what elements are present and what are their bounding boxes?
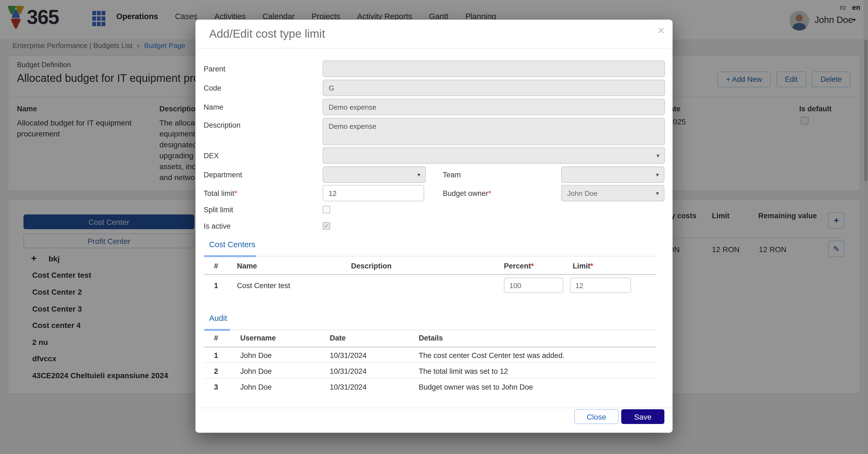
dex-select[interactable]: ▾: [322, 147, 665, 164]
name-input[interactable]: [322, 99, 665, 115]
audit-row-date: 10/31/2024: [330, 383, 367, 391]
divider: [204, 362, 656, 363]
parent-input[interactable]: [322, 61, 665, 77]
name-label: Name: [204, 103, 318, 111]
audit-row-num: 2: [214, 367, 218, 376]
required-asterisk: *: [590, 262, 593, 270]
audit-col-details: Details: [419, 334, 443, 342]
divider: [204, 378, 656, 379]
description-label: Description: [204, 121, 318, 129]
tab-audit[interactable]: Audit: [209, 314, 227, 323]
audit-col-username: Username: [240, 334, 276, 342]
divider: [204, 330, 656, 330]
description-textarea[interactable]: Demo expense: [322, 118, 665, 145]
divider: [195, 48, 673, 48]
audit-row-date: 10/31/2024: [330, 351, 367, 360]
is-active-label: Is active: [204, 222, 318, 230]
is-active-checkbox[interactable]: ✓: [322, 222, 330, 230]
required-asterisk: *: [531, 262, 534, 270]
cc-col-limit: Limit*: [573, 262, 593, 270]
cc-col-description: Description: [351, 262, 392, 270]
check-icon: ✓: [324, 223, 329, 229]
audit-col-date: Date: [330, 334, 346, 342]
cc-row-num: 1: [214, 282, 218, 290]
department-select[interactable]: ▾: [322, 166, 426, 183]
budget-owner-label: Budget owner*: [443, 189, 557, 198]
cc-row-name: Cost Center test: [237, 282, 290, 290]
tab-cost-centers[interactable]: Cost Centers: [209, 240, 255, 249]
code-label: Code: [204, 84, 318, 92]
audit-row-num: 3: [214, 383, 218, 391]
cc-row-percent-input[interactable]: [504, 278, 563, 293]
close-button[interactable]: Close: [574, 409, 619, 424]
add-edit-cost-type-limit-dialog: Add/Edit cost type limit ✕ Parent Code N…: [195, 20, 673, 433]
save-button[interactable]: Save: [621, 409, 664, 424]
dialog-title: Add/Edit cost type limit: [209, 27, 325, 40]
cc-col-percent: Percent*: [504, 262, 534, 270]
divider: [195, 408, 673, 408]
audit-row-username: John Doe: [240, 351, 272, 360]
cc-col-name: Name: [237, 262, 257, 270]
close-icon[interactable]: ✕: [657, 25, 665, 37]
split-limit-checkbox[interactable]: [322, 206, 330, 213]
chevron-down-icon: ▾: [656, 171, 659, 179]
divider: [204, 347, 656, 348]
total-limit-input[interactable]: [322, 185, 424, 201]
audit-row-username: John Doe: [240, 383, 272, 391]
parent-label: Parent: [204, 65, 318, 73]
divider: [204, 274, 656, 275]
divider: [204, 256, 656, 256]
required-asterisk: *: [488, 189, 491, 198]
audit-row-username: John Doe: [240, 367, 272, 376]
audit-row-details: The cost center Cost Center test was add…: [419, 351, 564, 360]
cc-row-limit-input[interactable]: [570, 278, 631, 293]
audit-row-date: 10/31/2024: [330, 367, 367, 376]
split-limit-label: Split limit: [204, 206, 318, 214]
code-input[interactable]: [322, 80, 665, 96]
page: 365 Operations Cases Activities Calendar…: [0, 0, 868, 454]
audit-row-num: 1: [214, 351, 218, 360]
team-select[interactable]: ▾: [561, 166, 664, 183]
chevron-down-icon: ▾: [417, 171, 420, 179]
required-asterisk: *: [235, 189, 238, 198]
department-label: Department: [204, 171, 318, 179]
cc-col-num: #: [214, 262, 218, 270]
audit-row-details: The total limit was set to 12: [419, 367, 508, 376]
total-limit-label: Total limit*: [204, 189, 318, 198]
budget-owner-select[interactable]: John Doe ▾: [561, 185, 664, 201]
dex-label: DEX: [204, 152, 318, 160]
team-label: Team: [443, 171, 557, 179]
chevron-down-icon: ▾: [656, 152, 659, 159]
chevron-down-icon: ▾: [656, 190, 659, 197]
audit-col-num: #: [214, 334, 218, 342]
audit-row-details: Budget owner was set to John Doe: [419, 383, 533, 391]
budget-owner-value: John Doe: [567, 189, 597, 198]
